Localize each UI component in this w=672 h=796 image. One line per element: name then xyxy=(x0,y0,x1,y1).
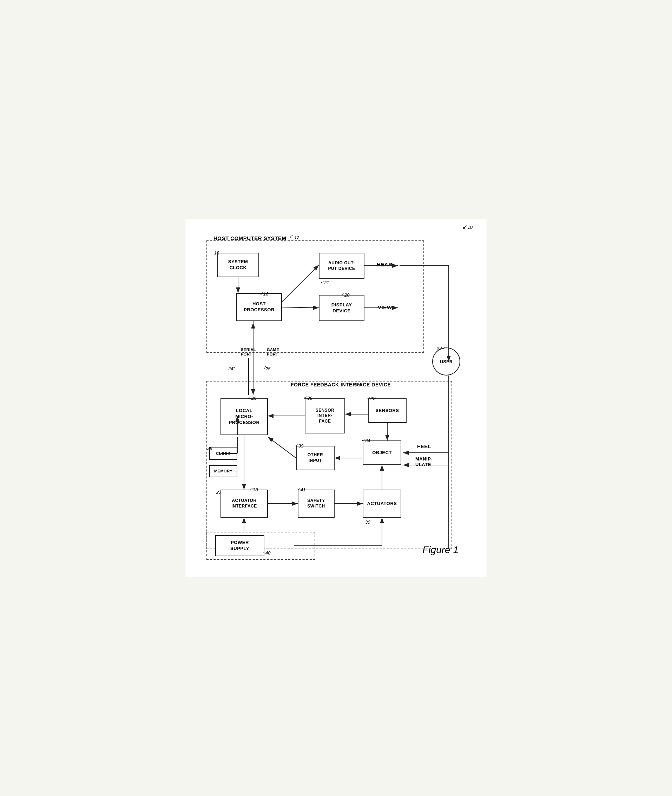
other-input-box: OTHERINPUT xyxy=(296,446,334,470)
view-label: VIEW xyxy=(378,304,392,310)
hear-label: HEAR xyxy=(377,262,392,267)
actuators-box: ACTUATORS xyxy=(363,490,401,518)
figure-caption: Figure 1 xyxy=(422,544,459,556)
ref-20: 20 xyxy=(344,293,349,297)
ref-27: 27 xyxy=(216,490,221,495)
ref-40: 40 xyxy=(266,550,270,556)
sensors-box: SENSORS xyxy=(368,398,406,423)
ref-30: 30 xyxy=(365,519,370,525)
ref-14: 14 xyxy=(356,382,361,387)
host-processor-box: HOSTPROCESSOR xyxy=(236,293,282,321)
ref-18: 18 xyxy=(214,250,219,256)
ref-38: 38 xyxy=(253,487,258,492)
ref-29: 29 xyxy=(207,446,212,451)
ref-12: 12 xyxy=(294,235,299,240)
game-port-label: GAMEPORT xyxy=(267,347,279,356)
feel-label: FEEL xyxy=(417,443,431,449)
sensor-interface-box: SENSORINTER-FACE xyxy=(305,398,345,433)
ref-16: 16 xyxy=(263,291,268,297)
ref-39: 39 xyxy=(298,443,303,449)
memory-box: MEMORY xyxy=(209,465,237,477)
force-feedback-label: FORCE FEEDBACK INTERFACE DEVICE xyxy=(291,382,391,387)
ref-10: 10 xyxy=(468,225,473,230)
power-supply-box: POWERSUPPLY xyxy=(215,535,264,556)
user-circle: USER xyxy=(432,347,460,376)
ref-28: 28 xyxy=(370,396,375,401)
manipulate-label: MANIP-ULATE xyxy=(415,456,432,467)
actuator-interface-box: ACTUATORINTERFACE xyxy=(221,490,268,518)
local-micro-box: LOCALMICRO-PROCESSOR xyxy=(221,398,268,435)
clock-box: CLOCK xyxy=(209,448,237,460)
diagram-page: 10 ↙ HOST COMPUTER SYSTEM 12 ↙ SYSTEMCLO… xyxy=(185,219,487,577)
safety-switch-box: SAFETYSWITCH xyxy=(298,490,334,518)
audio-output-box: AUDIO OUT-PUT DEVICE xyxy=(319,253,365,279)
system-clock-box: SYSTEMCLOCK xyxy=(217,253,259,277)
display-device-box: DISPLAYDEVICE xyxy=(319,295,365,321)
ref-26: 26 xyxy=(251,396,256,401)
host-computer-label: HOST COMPUTER SYSTEM xyxy=(213,235,286,241)
ref-34: 34 xyxy=(365,438,370,443)
ref-41: 41 xyxy=(301,487,306,492)
serial-port-label: SERIALPORT xyxy=(241,347,256,356)
ref-22: 22 xyxy=(437,346,442,351)
object-box: OBJECT xyxy=(363,441,401,465)
ref-36: 36 xyxy=(307,396,312,401)
ref-21: 21 xyxy=(324,280,329,285)
